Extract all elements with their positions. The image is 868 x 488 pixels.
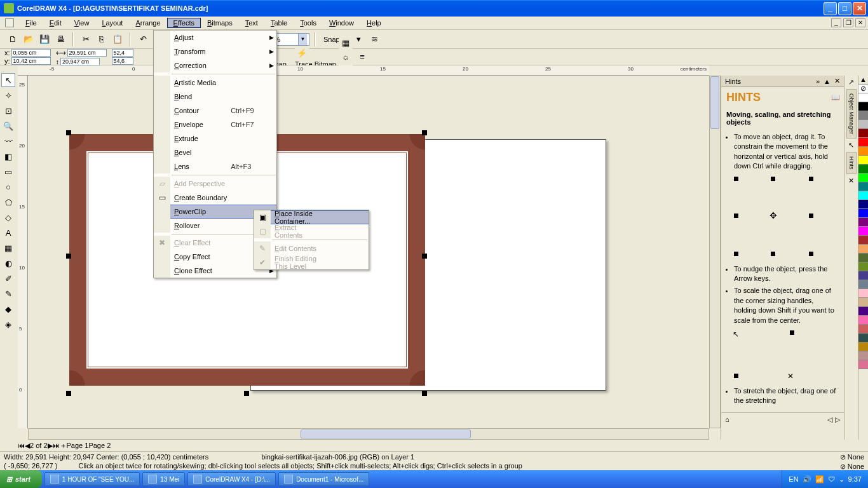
menu-item-place-inside-container-[interactable]: ▣Place Inside Container... xyxy=(254,210,369,224)
polygon-tool[interactable]: ⬠ xyxy=(1,195,15,209)
tray-volume-icon[interactable]: 🔊 xyxy=(803,475,811,484)
print-button[interactable]: 🖶 xyxy=(53,32,67,46)
menu-view[interactable]: View xyxy=(68,18,96,28)
y-field[interactable]: 10,42 cm xyxy=(11,57,51,65)
color-swatch[interactable] xyxy=(858,165,868,173)
crop-tool[interactable]: ⊡ xyxy=(1,104,15,118)
color-swatch[interactable] xyxy=(858,271,868,280)
arrow-icon[interactable]: ↖ xyxy=(848,141,854,149)
interactivefill-tool[interactable]: ◈ xyxy=(1,317,15,331)
docker-collapse-icon[interactable]: » xyxy=(816,78,820,85)
color-swatch[interactable] xyxy=(858,102,868,111)
forward-icon[interactable]: ▷ xyxy=(835,416,840,424)
color-swatch[interactable] xyxy=(858,120,868,129)
color-swatch[interactable] xyxy=(858,360,868,369)
page-nav[interactable]: ▶ xyxy=(48,442,53,450)
menu-item-envelope[interactable]: EnvelopeCtrl+F7 xyxy=(154,118,276,132)
color-swatch[interactable] xyxy=(858,147,868,156)
docker-up-icon[interactable]: ▲ xyxy=(824,78,831,85)
menu-bitmaps[interactable]: Bitmaps xyxy=(201,18,239,28)
color-swatch[interactable] xyxy=(858,342,868,351)
color-swatch[interactable] xyxy=(858,254,868,262)
color-swatch[interactable] xyxy=(858,182,868,191)
zoom-tool[interactable]: 🔍 xyxy=(1,119,15,133)
color-swatch[interactable] xyxy=(858,316,868,325)
menu-help[interactable]: Help xyxy=(360,18,388,28)
page-nav[interactable]: ＋ xyxy=(60,441,67,451)
selection-handle[interactable] xyxy=(66,391,71,396)
color-swatch[interactable] xyxy=(858,209,868,218)
new-button[interactable]: 🗋 xyxy=(6,32,20,46)
taskbar-item[interactable]: Document1 - Microsof... xyxy=(278,472,369,486)
selection-handle[interactable] xyxy=(66,130,71,135)
color-swatch[interactable] xyxy=(858,325,868,334)
brightness-button[interactable]: ☼ xyxy=(339,50,353,64)
selection-handle[interactable] xyxy=(66,254,71,259)
color-swatch[interactable] xyxy=(858,280,868,289)
menu-window[interactable]: Window xyxy=(323,18,360,28)
selection-handle[interactable] xyxy=(422,254,427,259)
color-swatch[interactable] xyxy=(858,191,868,200)
start-button[interactable]: ⊞ start xyxy=(0,470,42,488)
taskbar-item[interactable]: CorelDRAW X4 - [D:\... xyxy=(187,472,276,486)
menu-item-artistic-media[interactable]: Artistic Media xyxy=(154,76,276,90)
taskbar-item[interactable]: 13 Mei xyxy=(142,472,185,486)
mdi-minimize[interactable]: _ xyxy=(831,18,841,27)
color-swatch[interactable] xyxy=(858,351,868,360)
book-icon[interactable]: 📖 xyxy=(831,93,840,102)
table-tool[interactable]: ▦ xyxy=(1,241,15,255)
menu-effects[interactable]: Effects xyxy=(167,18,201,28)
menu-item-correction[interactable]: Correction▶ xyxy=(154,58,276,72)
menu-item-transform[interactable]: Transform▶ xyxy=(154,44,276,58)
text-tool[interactable]: A xyxy=(1,226,15,240)
menu-item-create-boundary[interactable]: ▭Create Boundary xyxy=(154,191,276,205)
color-swatch[interactable] xyxy=(858,138,868,147)
color-swatch[interactable] xyxy=(858,200,868,209)
docker-close-icon[interactable]: ✕ xyxy=(834,77,840,85)
mdi-restore[interactable]: ❐ xyxy=(843,18,853,27)
color-swatch[interactable] xyxy=(858,307,868,316)
menu-item-lens[interactable]: LensAlt+F3 xyxy=(154,159,276,173)
wrap-button[interactable]: ▦ xyxy=(339,36,353,50)
menu-item-adjust[interactable]: Adjust▶ xyxy=(154,30,276,44)
outline-tool[interactable]: ✎ xyxy=(1,287,15,301)
selection-handle[interactable] xyxy=(422,130,427,135)
menu-edit[interactable]: Edit xyxy=(43,18,68,28)
undo-button[interactable]: ↶ xyxy=(136,32,150,46)
color-swatch[interactable] xyxy=(858,111,868,120)
open-button[interactable]: 📂 xyxy=(22,32,36,46)
color-swatch[interactable] xyxy=(858,218,868,227)
paste-button[interactable]: 📋 xyxy=(111,32,125,46)
window-close[interactable]: ✕ xyxy=(853,2,866,15)
scalex-field[interactable]: 52,4 xyxy=(112,49,133,57)
menu-item-contour[interactable]: ContourCtrl+F9 xyxy=(154,104,276,118)
color-swatch[interactable] xyxy=(858,156,868,165)
width-field[interactable]: 29,591 cm xyxy=(67,49,107,57)
color-swatch[interactable] xyxy=(858,173,868,182)
color-swatch[interactable] xyxy=(858,262,868,271)
menu-tools[interactable]: Tools xyxy=(294,18,323,28)
page-nav[interactable]: ⏮ xyxy=(18,442,25,449)
color-swatch[interactable] xyxy=(858,334,868,342)
menu-item-extrude[interactable]: Extrude xyxy=(154,132,276,146)
back-icon[interactable]: ◁ xyxy=(827,416,832,424)
freehand-tool[interactable]: 〰 xyxy=(1,134,15,148)
ellipse-tool[interactable]: ○ xyxy=(1,180,15,194)
options-button[interactable]: ≋ xyxy=(368,32,382,46)
page-tab[interactable]: Page 2 xyxy=(88,442,111,449)
fill-tool[interactable]: ◆ xyxy=(1,302,15,316)
vertical-scrollbar[interactable] xyxy=(709,76,721,428)
rectangle-tool[interactable]: ▭ xyxy=(1,165,15,179)
clock[interactable]: 9:37 xyxy=(848,475,862,483)
smartfill-tool[interactable]: ◧ xyxy=(1,149,15,163)
save-button[interactable]: 💾 xyxy=(37,32,51,46)
trace-bitmap-icon[interactable]: ⚡ xyxy=(295,46,309,60)
selection-handle[interactable] xyxy=(422,391,427,396)
system-tray[interactable]: EN 🔊 📶 🛡 ⌄ 9:37 xyxy=(782,470,868,488)
align-button[interactable]: ≡ xyxy=(355,50,369,64)
tab-object-manager[interactable]: Object Manager xyxy=(846,89,857,139)
scaley-field[interactable]: 54,6 xyxy=(112,57,133,65)
window-minimize[interactable]: _ xyxy=(824,2,837,15)
tray-chevron-icon[interactable]: ⌄ xyxy=(839,475,844,484)
tray-shield-icon[interactable]: 🛡 xyxy=(828,475,835,483)
